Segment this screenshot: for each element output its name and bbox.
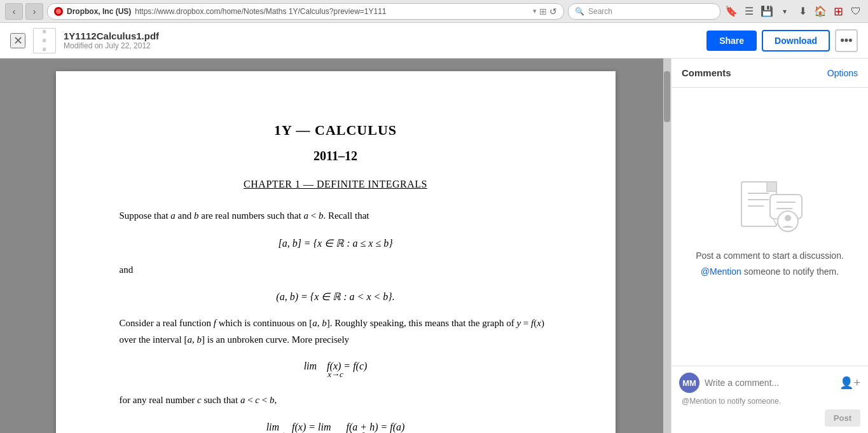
comment-input-area: MM 👤+ @Mention to notify someone. Post [672, 366, 868, 433]
svg-point-9 [785, 215, 791, 221]
browser-chrome: ‹ › Dropbox, Inc (US) https://www.dropbo… [0, 0, 868, 23]
home-icon[interactable]: 🏠 [813, 4, 827, 18]
toolbar-icons: 🔖 ☰ 💾 ▾ ⬇ 🏠 ⊞ 🛡 [724, 4, 863, 18]
file-icon-lines: ≡≡≡ [43, 27, 46, 54]
search-icon: 🔍 [575, 7, 584, 16]
pdf-and-1: and [120, 262, 552, 278]
address-bar[interactable]: Dropbox, Inc (US) https://www.dropbox.co… [47, 3, 564, 20]
file-modified: Modified on July 22, 2012 [64, 41, 699, 50]
reader-icon[interactable]: ☰ [742, 4, 756, 18]
sidebar-title: Comments [682, 67, 731, 78]
scrollbar-track[interactable] [663, 58, 671, 433]
comment-input-field[interactable] [705, 378, 834, 388]
file-info: 1Y1112Calculus1.pdf Modified on July 22,… [64, 31, 699, 50]
site-name: Dropbox, Inc (US) [67, 7, 131, 16]
shield-icon[interactable]: 🛡 [849, 4, 863, 18]
pdf-subtitle: 2011–12 [120, 149, 552, 163]
sidebar: Comments Options [671, 58, 868, 433]
pdf-math-4: lim f(x) = lim f(a + h) = f(a) x→a+ h→0h… [120, 422, 552, 434]
pdf-math-2: (a, b) = {x ∈ ℝ : a < x < b}. [120, 291, 552, 303]
empty-state-text: Post a comment to start a discussion. [696, 249, 844, 263]
pdf-para-3: for any real number c such that a < c < … [120, 392, 552, 409]
header-actions: Share Download ••• [706, 29, 858, 52]
app-header: ✕ ≡≡≡ 1Y1112Calculus1.pdf Modified on Ju… [0, 23, 868, 58]
pdf-para-1: Suppose that a and b are real numbers su… [120, 208, 552, 224]
scrollbar-thumb[interactable] [664, 71, 670, 122]
search-bar[interactable]: 🔍 Search [568, 3, 720, 20]
grid-icon[interactable]: ⊞ [539, 6, 547, 17]
post-button[interactable]: Post [825, 409, 860, 427]
comment-row: MM 👤+ [679, 373, 860, 393]
pdf-chapter: CHAPTER 1 — DEFINITE INTEGRALS [120, 179, 552, 190]
favicon [54, 7, 63, 16]
forward-button[interactable]: › [25, 3, 43, 20]
pdf-title: 1Y — CALCULUS [120, 122, 552, 139]
main-content: 1Y — CALCULUS 2011–12 CHAPTER 1 — DEFINI… [0, 58, 868, 433]
file-icon: ≡≡≡ [33, 28, 56, 53]
download-icon[interactable]: ⬇ [796, 4, 809, 18]
apps-icon[interactable]: ⊞ [831, 4, 845, 18]
add-people-button[interactable]: 👤+ [839, 376, 860, 390]
comment-illustration [732, 175, 808, 239]
pdf-math-3: lim f(x) = f(c) x→c [120, 361, 552, 380]
user-avatar: MM [679, 373, 699, 393]
back-button[interactable]: ‹ [5, 3, 23, 20]
url-text: https://www.dropbox.com/home/Notes/Maths… [135, 7, 529, 16]
sidebar-options-button[interactable]: Options [827, 68, 858, 78]
menu-down-icon[interactable]: ▾ [778, 4, 792, 18]
mention-suffix: someone to notify them. [741, 266, 839, 277]
file-name: 1Y1112Calculus1.pdf [64, 31, 699, 41]
close-button[interactable]: ✕ [10, 33, 25, 48]
sidebar-header: Comments Options [672, 58, 868, 88]
pdf-para-2: Consider a real function f which is cont… [120, 315, 552, 348]
comment-actions: Post [679, 409, 860, 427]
nav-buttons: ‹ › [5, 3, 43, 20]
mention-link[interactable]: @Mention [701, 266, 741, 277]
search-input[interactable]: Search [588, 7, 612, 16]
download-button[interactable]: Download [762, 30, 830, 52]
sidebar-empty-state: Post a comment to start a discussion. @M… [672, 88, 868, 366]
share-button[interactable]: Share [706, 31, 757, 51]
address-right: ▾ ⊞ ↺ [533, 6, 557, 17]
mention-hint: @Mention to notify someone. [679, 397, 860, 406]
bookmark-icon[interactable]: 🔖 [724, 4, 738, 18]
pdf-math-1: [a, b] = {x ∈ ℝ : a ≤ x ≤ b} [120, 237, 552, 249]
dropdown-icon[interactable]: ▾ [533, 7, 537, 15]
pdf-viewer[interactable]: 1Y — CALCULUS 2011–12 CHAPTER 1 — DEFINI… [0, 58, 671, 433]
reload-button[interactable]: ↺ [549, 6, 557, 17]
mention-text: @Mention someone to notify them. [701, 265, 839, 278]
save-icon[interactable]: 💾 [760, 4, 774, 18]
pdf-page: 1Y — CALCULUS 2011–12 CHAPTER 1 — DEFINI… [56, 71, 616, 433]
more-options-button[interactable]: ••• [835, 29, 858, 52]
